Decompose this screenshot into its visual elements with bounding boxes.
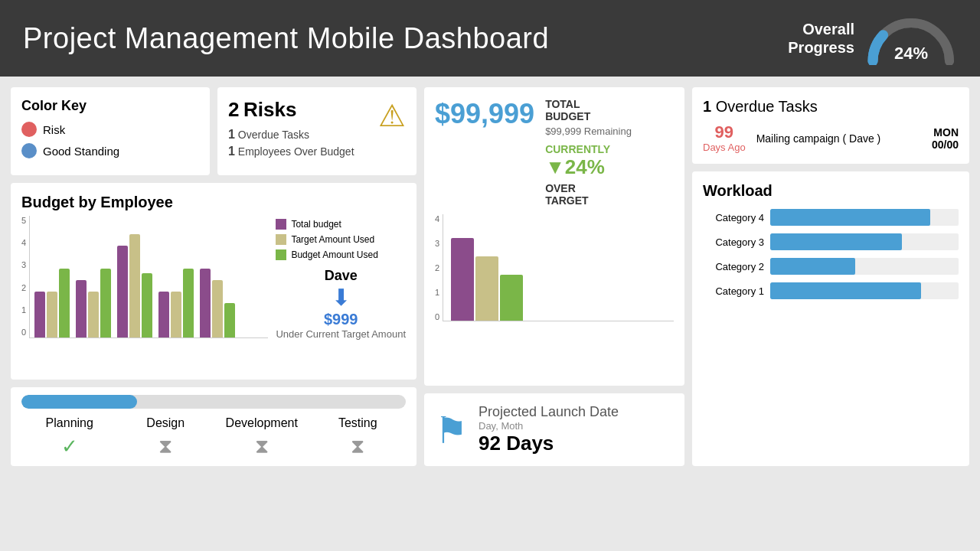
bar-group-3 <box>117 234 152 337</box>
currently-pct: ▼24% <box>545 155 632 179</box>
overall-progress-label: OverallProgress <box>788 20 854 57</box>
risk-label: Risk <box>43 123 65 136</box>
wl-bar-outer-4 <box>770 209 959 226</box>
mid-y-4: 4 <box>435 214 439 223</box>
legend-item-used: Budget Amount Used <box>276 249 406 260</box>
phase-design: Design ⧗ <box>118 416 214 458</box>
risks-card: 2 Risks ⚠ 1 Overdue Tasks 1 Employees Ov… <box>217 87 416 175</box>
budget-card: Budget by Employee 5 4 3 2 1 0 <box>11 183 416 380</box>
bar-used-2 <box>100 269 111 337</box>
wl-bar-outer-2 <box>770 258 959 275</box>
bar-target-5 <box>212 280 223 337</box>
bar-used-1 <box>59 269 70 337</box>
wl-label-2: Category 2 <box>703 261 764 272</box>
days-ago-block: 99 Days Ago <box>703 123 746 153</box>
overall-progress: OverallProgress 24% <box>788 11 957 65</box>
phase-development-icon: ⧗ <box>214 435 310 458</box>
mid-y-3: 3 <box>435 239 439 248</box>
legend-label-target: Target Amount Used <box>291 234 374 245</box>
wl-bar-inner-2 <box>770 258 855 275</box>
phases: Planning ✓ Design ⧗ Development ⧗ Testin… <box>21 416 406 458</box>
key-item-good: Good Standing <box>21 143 199 158</box>
risk-0-label: Overdue Tasks <box>238 129 309 141</box>
workload-card: Workload Category 4 Category 3 Category … <box>692 171 969 466</box>
overdue-card: 1 Overdue Tasks 99 Days Ago Mailing camp… <box>692 87 969 164</box>
wl-bar-inner-1 <box>770 282 921 299</box>
mid-bar-3 <box>500 275 523 321</box>
color-key-title: Color Key <box>21 98 199 114</box>
dave-amount: $999 <box>324 311 358 328</box>
risks-label: Risks <box>243 98 296 121</box>
mid-bar-2 <box>475 256 498 321</box>
bar-total-4 <box>158 292 169 337</box>
bar-target-3 <box>129 234 140 337</box>
progress-bar <box>21 395 406 409</box>
task-description: Mailing campaign ( Dave ) <box>756 132 921 145</box>
days-ago-label: Days Ago <box>703 142 746 153</box>
task-date: MON00/00 <box>932 126 959 151</box>
legend-item-target: Target Amount Used <box>276 234 406 245</box>
total-budget-label: TOTALBUDGET <box>545 98 632 122</box>
wl-row-4: Category 4 <box>703 209 959 226</box>
wl-bar-outer-1 <box>770 282 959 299</box>
legend-box-target <box>276 234 286 245</box>
overdue-title: 1 Overdue Tasks <box>703 98 959 116</box>
launch-info: Projected Launch Date Day, Moth 92 Days <box>479 404 619 455</box>
gauge-value: 24% <box>865 44 957 64</box>
wl-label-4: Category 4 <box>703 212 764 223</box>
risks-count: 2 <box>228 98 239 121</box>
over-target-label: OVERTARGET <box>545 182 632 207</box>
overdue-item: 99 Days Ago Mailing campaign ( Dave ) MO… <box>703 123 959 153</box>
launch-title: Projected Launch Date <box>479 404 619 420</box>
risk-1-count: 1 <box>228 145 235 158</box>
phase-development: Development ⧗ <box>214 416 310 458</box>
wl-row-2: Category 2 <box>703 258 959 275</box>
bar-total-5 <box>200 269 211 337</box>
bar-total-2 <box>76 280 87 337</box>
warning-icon: ⚠ <box>378 98 406 133</box>
key-item-risk: Risk <box>21 122 199 137</box>
phase-design-label: Design <box>118 416 214 430</box>
y-label-3: 3 <box>21 260 26 269</box>
days-ago-value: 99 <box>703 123 746 142</box>
wl-row-3: Category 3 <box>703 233 959 250</box>
gauge-chart: 24% <box>865 11 957 65</box>
legend-box-used <box>276 249 286 260</box>
flag-icon: ⚑ <box>435 409 468 452</box>
bar-group-5 <box>200 269 235 337</box>
main-content: Color Key Risk Good Standing 2 Risks ⚠ 1 <box>0 77 980 551</box>
dave-section: Dave ⬇ $999 Under Current Target Amount <box>276 268 406 340</box>
bar-target-2 <box>88 292 99 337</box>
phase-testing-icon: ⧗ <box>310 435 407 458</box>
bar-target-1 <box>47 292 57 337</box>
launch-card: ⚑ Projected Launch Date Day, Moth 92 Day… <box>424 393 684 466</box>
mid-bar-1 <box>451 238 474 321</box>
good-dot <box>21 143 37 158</box>
phase-planning-icon: ✓ <box>21 435 118 458</box>
total-budget-card: $99,999 TOTALBUDGET $99,999 Remaining CU… <box>424 87 684 386</box>
bar-target-4 <box>171 292 181 337</box>
overdue-label: Overdue Tasks <box>716 98 818 115</box>
wl-bar-inner-3 <box>770 233 902 250</box>
good-label: Good Standing <box>43 145 119 158</box>
workload-rows: Category 4 Category 3 Category 2 <box>703 209 959 299</box>
workload-title: Workload <box>703 182 959 200</box>
wl-label-3: Category 3 <box>703 236 764 248</box>
legend-label-total: Total budget <box>291 219 341 230</box>
phases-card: Planning ✓ Design ⧗ Development ⧗ Testin… <box>11 387 416 466</box>
wl-row-1: Category 1 <box>703 282 959 299</box>
y-label-1: 1 <box>21 305 26 315</box>
risk-1-label: Employees Over Budget <box>238 145 354 158</box>
bar-group-1 <box>34 269 70 337</box>
launch-sub: Day, Moth <box>479 420 619 432</box>
progress-bar-fill <box>21 395 137 409</box>
phase-planning-label: Planning <box>21 416 118 430</box>
total-budget-amount: $99,999 <box>435 98 534 130</box>
remaining-text: $99,999 Remaining <box>545 126 632 137</box>
risk-item-1: 1 Employees Over Budget <box>228 145 406 158</box>
bar-used-5 <box>224 303 235 337</box>
bar-used-3 <box>142 273 152 337</box>
risk-dot <box>21 122 37 137</box>
budget-content: 5 4 3 2 1 0 <box>21 216 406 340</box>
page-title: Project Management Mobile Dashboard <box>23 22 549 55</box>
